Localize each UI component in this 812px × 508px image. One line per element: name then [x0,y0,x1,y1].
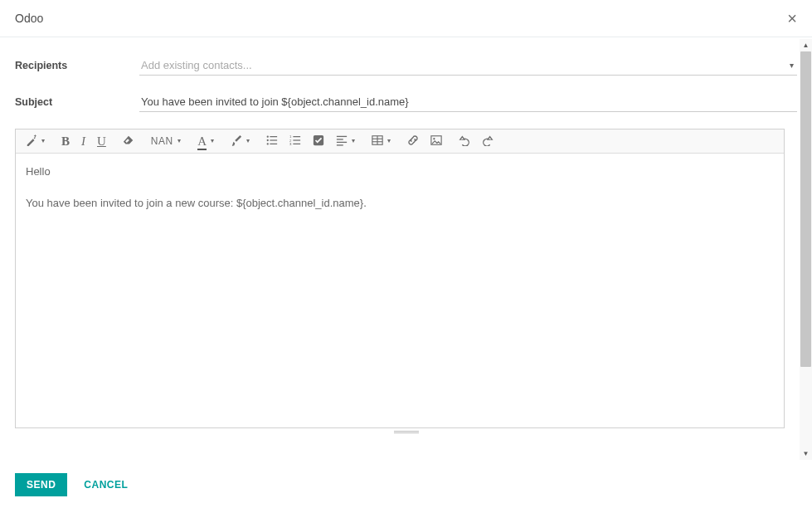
scrollbar-thumb[interactable] [800,51,811,367]
svg-rect-3 [270,139,277,140]
eraser-icon [123,134,134,148]
paint-brush-icon [231,134,242,148]
editor-line: Hello [26,164,774,180]
redo-icon [482,134,494,148]
modal-body: Recipients ▾ Subject ▾ B [0,37,812,461]
italic-button[interactable]: I [81,135,85,148]
subject-row: Subject [15,92,797,112]
font-color-icon: A [197,135,207,148]
checklist-button[interactable] [313,134,324,148]
caret-down-icon: ▾ [246,138,250,144]
modal-header: Odoo × [0,0,812,37]
link-button[interactable] [407,134,419,148]
subject-input[interactable] [139,92,797,112]
svg-rect-9 [293,139,300,140]
caret-down-icon: ▾ [177,138,182,144]
subject-label: Subject [15,96,139,108]
scroll-up-arrow[interactable]: ▲ [800,39,812,51]
undo-icon [459,134,470,148]
svg-rect-15 [337,142,347,143]
editor-toolbar: ▾ B I U NAN ▾ [16,129,784,154]
list-ul-icon [266,134,278,148]
scroll-down-arrow[interactable]: ▼ [800,447,812,460]
caret-down-icon: ▾ [387,138,391,144]
italic-icon: I [81,135,85,148]
font-color-dropdown[interactable]: A ▾ [197,135,214,148]
recipients-field: ▾ [139,56,797,76]
font-size-label: NAN [151,136,173,146]
recipients-dropdown-caret[interactable]: ▾ [790,61,794,70]
resize-handle[interactable] [15,428,797,435]
bold-icon: B [61,135,70,148]
grip-icon [394,431,419,433]
clear-format-button[interactable] [123,134,134,148]
caret-down-icon: ▾ [41,138,45,144]
undo-button[interactable] [459,134,470,148]
subject-field [139,92,797,112]
rich-text-editor: ▾ B I U NAN ▾ [15,129,785,428]
recipients-row: Recipients ▾ [15,56,797,76]
modal-footer: SEND CANCEL [0,465,812,508]
send-button[interactable]: SEND [15,473,67,496]
ordered-list-button[interactable]: 123 [289,134,301,148]
highlight-dropdown[interactable]: ▾ [231,134,250,148]
triangle-up-icon: ▲ [803,42,810,49]
svg-text:3: 3 [289,142,292,146]
svg-rect-14 [337,139,343,139]
recipients-label: Recipients [15,60,139,71]
image-icon [430,134,442,148]
cancel-button[interactable]: CANCEL [80,473,131,496]
link-icon [407,134,419,148]
check-square-icon [313,134,324,148]
chevron-down-icon: ▾ [790,61,794,70]
svg-point-4 [267,143,269,144]
editor-content[interactable]: Hello You have been invited to join a ne… [16,154,784,427]
caret-down-icon: ▾ [352,138,355,144]
font-size-dropdown[interactable]: NAN ▾ [151,136,181,146]
scrollbar[interactable]: ▲ ▼ [800,39,812,460]
image-button[interactable] [430,134,442,148]
svg-rect-16 [337,144,343,145]
svg-rect-13 [337,136,347,137]
svg-rect-1 [270,136,277,137]
recipients-input[interactable] [139,56,797,76]
svg-rect-7 [293,136,300,137]
magic-wand-icon [26,134,37,148]
list-ol-icon: 123 [289,134,301,148]
align-dropdown[interactable]: ▾ [336,134,355,148]
close-icon: × [787,9,797,27]
triangle-down-icon: ▼ [803,450,810,457]
table-icon [372,134,383,148]
modal-title: Odoo [15,12,43,25]
table-dropdown[interactable]: ▾ [372,134,391,148]
svg-point-0 [267,135,269,137]
underline-icon: U [97,135,106,148]
unordered-list-button[interactable] [266,134,278,148]
redo-button[interactable] [482,134,494,148]
editor-line: You have been invited to join a new cour… [26,195,774,212]
svg-rect-5 [270,144,277,144]
svg-point-22 [433,138,435,139]
close-button[interactable]: × [787,10,797,27]
caret-down-icon: ▾ [211,138,214,144]
svg-point-2 [267,139,269,141]
svg-rect-11 [293,144,300,144]
style-dropdown[interactable]: ▾ [26,134,45,148]
align-left-icon [336,134,348,148]
bold-button[interactable]: B [61,135,70,148]
underline-button[interactable]: U [97,135,106,148]
